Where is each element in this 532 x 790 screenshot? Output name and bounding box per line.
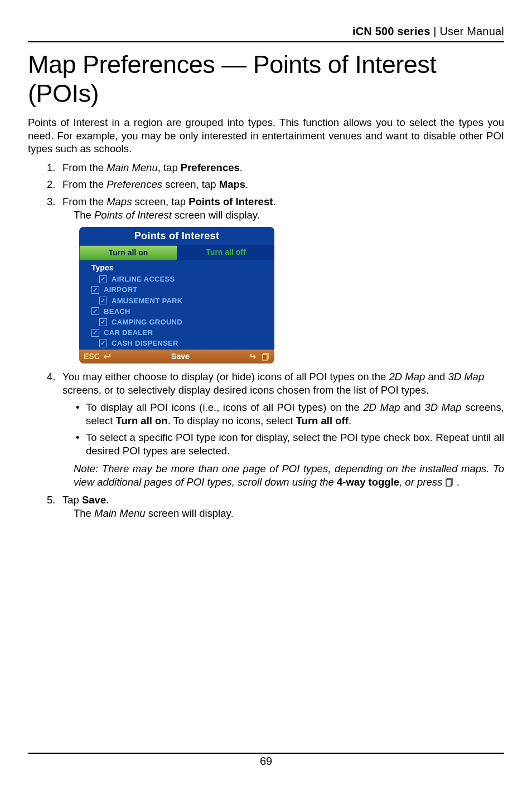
- running-header: iCN 500 series | User Manual: [28, 25, 504, 42]
- checkbox-icon[interactable]: [99, 275, 107, 283]
- checkbox-icon[interactable]: [99, 318, 107, 326]
- checkbox-icon[interactable]: [91, 286, 99, 294]
- tab-turn-all-off[interactable]: Turn all off: [177, 245, 274, 260]
- tab-turn-all-on[interactable]: Turn all on: [79, 245, 177, 260]
- enter-arrow-icon: [102, 353, 111, 360]
- step-4: You may either choose to display (or hid…: [62, 370, 504, 489]
- save-button[interactable]: Save: [111, 351, 250, 361]
- product-name: iCN 500 series: [352, 25, 431, 37]
- type-row-car-dealer[interactable]: CAR DEALER: [91, 327, 274, 338]
- checkbox-icon[interactable]: [99, 297, 107, 304]
- step-1: From the Main Menu, tap Preferences.: [62, 161, 504, 175]
- device-title: Points of Interest: [79, 227, 274, 246]
- device-screenshot: Points of Interest Turn all on Turn all …: [79, 227, 504, 364]
- bullet-turn-all: To display all POI icons (i.e., icons of…: [86, 401, 504, 428]
- doc-type: User Manual: [439, 25, 504, 37]
- checkbox-icon[interactable]: [99, 340, 107, 347]
- type-row-airport[interactable]: AIRPORT: [91, 284, 274, 295]
- step-3: From the Maps screen, tap Points of Inte…: [62, 195, 504, 364]
- page-number: 69: [28, 755, 504, 768]
- type-row-camping-ground[interactable]: CAMPING GROUND: [91, 317, 274, 327]
- page-stack-icon[interactable]: [262, 353, 270, 361]
- note-text: Note: There may be more than one page of…: [74, 462, 504, 489]
- svg-rect-1: [263, 355, 267, 360]
- page-title: Map Preferences — Points of Interest (PO…: [28, 50, 504, 108]
- types-heading: Types: [91, 263, 274, 273]
- esc-button[interactable]: ESC: [84, 351, 111, 361]
- type-row-amusement-park[interactable]: AMUSEMENT PARK: [91, 295, 274, 306]
- type-row-beach[interactable]: BEACH: [91, 306, 274, 317]
- checkbox-icon[interactable]: [91, 307, 99, 315]
- intro-paragraph: Points of Interest in a region are group…: [28, 116, 504, 156]
- svg-rect-3: [446, 479, 451, 486]
- type-row-cash-dispenser[interactable]: CASH DISPENSER: [91, 338, 274, 348]
- step-2: From the Preferences screen, tap Maps.: [62, 178, 504, 191]
- step-5: Tap Save. The Main Menu screen will disp…: [62, 493, 504, 521]
- checkbox-icon[interactable]: [91, 329, 99, 337]
- page-stack-icon: [445, 478, 454, 487]
- bullet-select-specific: To select a specific POI type icon for d…: [86, 431, 504, 458]
- type-row-airline-access[interactable]: AIRLINE ACCESS: [91, 274, 274, 284]
- header-separator: |: [430, 25, 439, 37]
- forward-arrow-icon[interactable]: [250, 353, 259, 361]
